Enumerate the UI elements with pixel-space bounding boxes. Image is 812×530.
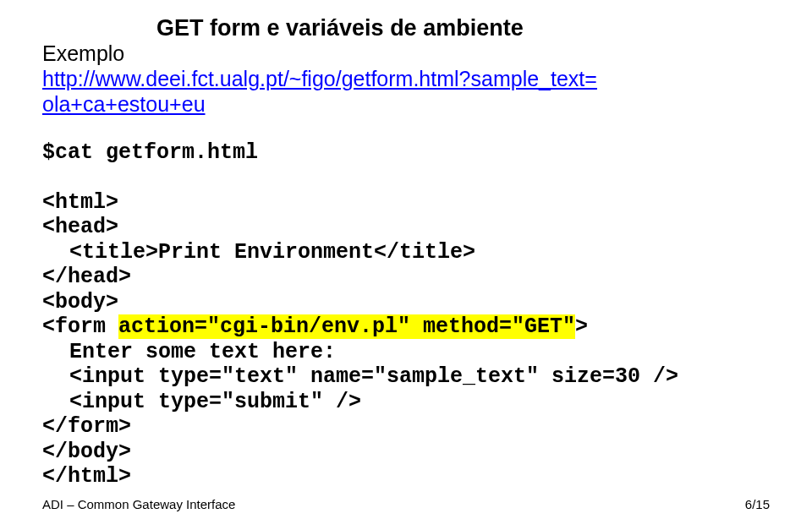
code-line-8: <input type="text" name="sample_text" si… xyxy=(42,364,678,389)
highlighted-attrs: action="cgi-bin/env.pl" method="GET" xyxy=(118,314,575,339)
footer-page-number: 6/15 xyxy=(745,497,770,511)
code-line-7: Enter some text here: xyxy=(42,340,336,364)
code-line-11: </body> xyxy=(42,440,131,464)
code-line-3: <title>Print Environment</title> xyxy=(42,240,475,265)
code-block: <html> <head> <title>Print Environment</… xyxy=(42,165,770,489)
code-line-12: </html> xyxy=(42,464,131,489)
url-line1: http://www.deei.fct.ualg.pt/~figo/getfor… xyxy=(42,67,597,90)
code-line-5: <body> xyxy=(42,290,118,314)
footer-left: ADI – Common Gateway Interface xyxy=(42,497,525,511)
code-line-10: </form> xyxy=(42,414,131,439)
page-footer: ADI – Common Gateway Interface 6/15 xyxy=(42,497,770,511)
url-block: http://www.deei.fct.ualg.pt/~figo/getfor… xyxy=(42,66,770,117)
code-line-1: <html> xyxy=(42,190,118,215)
code-line-2: <head> xyxy=(42,215,118,239)
example-label: Exemplo xyxy=(42,41,770,66)
shell-command: $cat getform.html xyxy=(42,140,770,165)
code-line-4: </head> xyxy=(42,265,131,289)
example-url-link[interactable]: http://www.deei.fct.ualg.pt/~figo/getfor… xyxy=(42,67,597,116)
code-line-6: <form action="cgi-bin/env.pl" method="GE… xyxy=(42,314,588,339)
code-line-9: <input type="submit" /> xyxy=(42,390,361,414)
page-title: GET form e variáveis de ambiente xyxy=(156,15,770,41)
url-line2: ola+ca+estou+eu xyxy=(42,92,206,116)
